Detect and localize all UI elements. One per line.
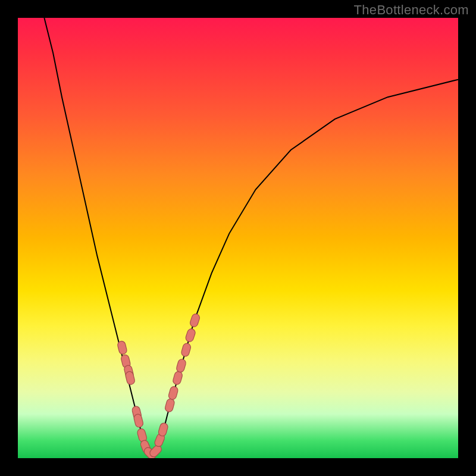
plot-area xyxy=(18,18,458,458)
data-point xyxy=(133,414,144,428)
data-point xyxy=(158,422,169,437)
bottleneck-curve xyxy=(44,18,458,454)
chart-frame: TheBottleneck.com xyxy=(0,0,476,476)
data-point xyxy=(180,343,192,358)
data-point xyxy=(176,358,187,373)
data-point xyxy=(184,328,196,343)
svg-rect-18 xyxy=(189,313,201,328)
data-point xyxy=(172,371,183,386)
svg-rect-17 xyxy=(184,328,196,343)
data-point xyxy=(189,313,201,328)
data-point xyxy=(164,398,175,413)
data-point xyxy=(117,340,127,355)
svg-rect-0 xyxy=(117,340,127,355)
svg-rect-3 xyxy=(125,371,136,385)
svg-rect-15 xyxy=(176,358,187,373)
svg-rect-13 xyxy=(168,386,179,400)
curve-layer xyxy=(18,18,458,458)
svg-rect-12 xyxy=(164,398,175,413)
svg-rect-14 xyxy=(172,371,183,386)
data-point xyxy=(125,371,136,385)
watermark-text: TheBottleneck.com xyxy=(354,2,469,18)
svg-rect-16 xyxy=(180,343,192,358)
svg-rect-5 xyxy=(133,414,144,428)
svg-rect-11 xyxy=(158,422,169,437)
data-point xyxy=(168,386,179,400)
